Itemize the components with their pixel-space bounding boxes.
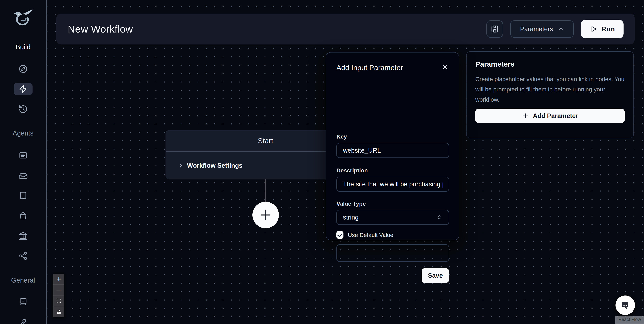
sidebar-item-notes[interactable]	[14, 149, 32, 162]
flow-controls: + −	[53, 274, 64, 317]
flow-edge	[265, 180, 266, 203]
use-default-checkbox[interactable]	[336, 231, 344, 239]
sidebar-item-history[interactable]	[14, 103, 32, 116]
lock-button[interactable]	[53, 306, 64, 317]
lightning-icon	[18, 84, 28, 94]
key-icon	[18, 317, 28, 324]
sidebar-section-general: General	[0, 276, 46, 284]
add-parameter-label: Add Parameter	[533, 112, 578, 120]
bank-icon	[18, 231, 28, 240]
history-icon	[18, 104, 28, 114]
sidebar-section-agents: Agents	[0, 130, 46, 137]
value-type-label: Value Type	[336, 200, 366, 207]
sidebar: Build Agents	[0, 0, 47, 324]
minus-icon: −	[56, 286, 61, 294]
sidebar-item-integrations[interactable]	[14, 250, 32, 262]
sidebar-item-keys[interactable]	[14, 316, 32, 324]
plus-icon	[258, 207, 274, 223]
inbox-icon	[18, 171, 28, 180]
chat-bubble-icon	[620, 300, 631, 311]
parameters-panel-title: Parameters	[475, 60, 625, 68]
run-workflow-button[interactable]: Run	[581, 20, 624, 38]
parameters-toggle-button[interactable]: Parameters	[510, 20, 574, 38]
add-input-parameter-modal: Add Input Parameter Key Description Valu…	[326, 52, 459, 240]
sidebar-item-explore[interactable]	[14, 63, 32, 75]
receipt-icon	[18, 191, 28, 200]
key-input[interactable]	[336, 143, 449, 158]
chat-messenger-button[interactable]	[616, 296, 635, 315]
close-icon	[441, 63, 449, 71]
unlock-icon	[56, 309, 62, 315]
plus-icon: +	[56, 275, 61, 283]
sidebar-item-inbox[interactable]	[14, 169, 32, 182]
fit-view-button[interactable]	[53, 296, 64, 306]
header-actions: Parameters Run	[486, 20, 624, 38]
sidebar-item-workflows[interactable]	[14, 83, 32, 95]
notes-icon	[18, 150, 28, 160]
add-node-button[interactable]	[252, 202, 279, 228]
workflow-settings-label: Workflow Settings	[187, 162, 242, 169]
add-parameter-button[interactable]: Add Parameter	[475, 109, 625, 123]
plus-icon	[522, 112, 529, 120]
description-label: Description	[336, 167, 368, 174]
fit-view-icon	[56, 298, 62, 304]
parameters-panel: Parameters Create placeholder values tha…	[466, 51, 634, 138]
parameters-toggle-label: Parameters	[520, 26, 553, 33]
terminal-icon	[18, 297, 28, 306]
zoom-in-button[interactable]: +	[53, 274, 64, 284]
use-default-label: Use Default Value	[348, 232, 394, 238]
react-flow-attribution[interactable]: React Flow	[615, 316, 644, 324]
select-chevrons-icon	[436, 214, 442, 221]
play-icon	[590, 25, 598, 33]
modal-title: Add Input Parameter	[336, 64, 403, 72]
page-title: New Workflow	[68, 23, 133, 35]
zoom-out-button[interactable]: −	[53, 284, 64, 296]
save-icon	[490, 25, 499, 33]
sidebar-item-shop[interactable]	[14, 210, 32, 222]
run-button-label: Run	[602, 25, 615, 33]
use-default-row: Use Default Value	[336, 231, 394, 239]
value-type-select[interactable]: string	[336, 210, 449, 225]
sidebar-item-bank[interactable]	[14, 230, 32, 242]
chevron-up-icon	[557, 26, 564, 32]
sidebar-section-build: Build	[0, 43, 46, 51]
value-type-selected: string	[343, 214, 358, 221]
dragon-logo-icon	[10, 6, 36, 31]
sidebar-item-receipts[interactable]	[14, 189, 32, 202]
share-icon	[18, 251, 28, 260]
shopping-bag-icon	[18, 211, 28, 220]
parameters-panel-description: Create placeholder values that you can l…	[475, 74, 625, 105]
save-workflow-button[interactable]	[486, 20, 503, 38]
default-value-input[interactable]	[336, 244, 449, 262]
compass-icon	[18, 64, 28, 74]
workflow-header: New Workflow Parameters Run	[56, 14, 634, 44]
key-label: Key	[336, 133, 347, 140]
sidebar-item-terminal[interactable]	[14, 296, 32, 308]
workflow-builder-app: Build Agents	[0, 0, 644, 324]
app-logo	[0, 6, 46, 31]
modal-close-button[interactable]	[440, 62, 450, 72]
chevron-right-icon	[178, 163, 184, 168]
description-input[interactable]	[336, 176, 449, 192]
save-parameter-button[interactable]: Save	[422, 268, 449, 283]
